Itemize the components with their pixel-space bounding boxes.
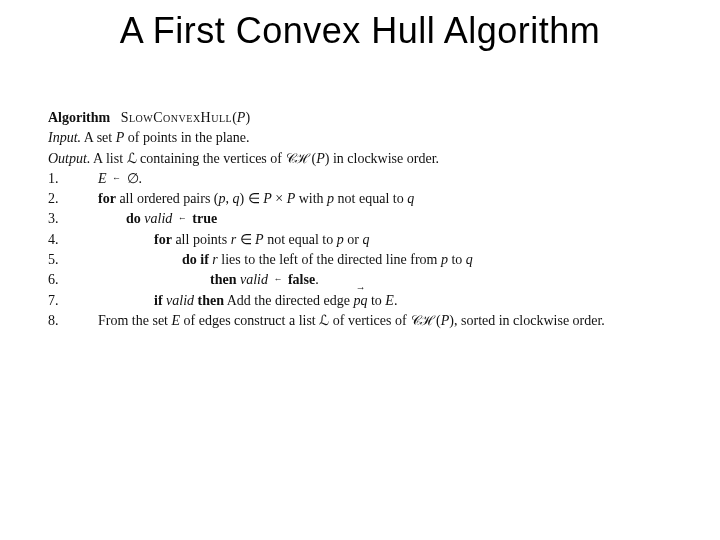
- var-q: q: [466, 252, 473, 267]
- kw-for: for: [98, 191, 116, 206]
- text: not equal to: [334, 191, 407, 206]
- var-E: E: [98, 171, 107, 186]
- kw-false: false: [288, 272, 315, 287]
- var-valid: valid: [144, 211, 172, 226]
- algo-step-4: 4. for all points r ∈ P not equal to p o…: [48, 230, 680, 250]
- text: From the set: [98, 313, 172, 328]
- algo-step-3: 3. do valid ← true: [48, 209, 680, 229]
- dot: .: [139, 171, 143, 186]
- var-P: P: [255, 232, 264, 247]
- algo-step-7: 7. if valid then Add the directed edge p…: [48, 291, 680, 311]
- text: A set: [81, 130, 116, 145]
- algo-step-2: 2. for all ordered pairs (p, q) ∈ P × P …: [48, 189, 680, 209]
- algo-step-5: 5. do if r lies to the left of the direc…: [48, 250, 680, 270]
- text: Add the directed edge: [224, 293, 353, 308]
- text: of edges construct a list: [180, 313, 319, 328]
- kw-true: true: [192, 211, 217, 226]
- kw-then: then: [198, 293, 224, 308]
- algo-name: SlowConvexHull: [121, 110, 232, 125]
- var-E: E: [385, 293, 394, 308]
- step-number: 8.: [48, 311, 76, 331]
- dot: .: [315, 272, 319, 287]
- kw-if: if: [200, 252, 209, 267]
- text: not equal to: [264, 232, 337, 247]
- var-CH: 𝒞ℋ: [285, 151, 311, 166]
- step-number: 5.: [48, 250, 76, 270]
- text: to: [367, 293, 385, 308]
- var-valid: valid: [166, 293, 194, 308]
- algo-output: Output. A list ℒ containing the vertices…: [48, 149, 680, 169]
- slide-title: A First Convex Hull Algorithm: [0, 10, 720, 52]
- algorithm-block: Algorithm SlowConvexHull(P) Input. A set…: [48, 108, 680, 331]
- arrow-icon: ←: [176, 212, 189, 225]
- algo-input: Input. A set P of points in the plane.: [48, 128, 680, 148]
- var-L: ℒ: [127, 151, 137, 166]
- text: or: [344, 232, 363, 247]
- step-number: 2.: [48, 189, 76, 209]
- var-p: p: [219, 191, 226, 206]
- var-P: P: [287, 191, 296, 206]
- dot: .: [394, 293, 398, 308]
- text: to: [448, 252, 466, 267]
- text: ×: [272, 191, 287, 206]
- step-number: 6.: [48, 270, 76, 290]
- label-output: Output.: [48, 151, 90, 166]
- text: of points in the plane.: [124, 130, 249, 145]
- var-L: ℒ: [319, 313, 329, 328]
- var-valid: valid: [240, 272, 268, 287]
- paren-close: ): [245, 110, 250, 125]
- var-q: q: [407, 191, 414, 206]
- label-algorithm: Algorithm: [48, 110, 110, 125]
- arrow-icon: ←: [110, 172, 123, 185]
- text: ) ∈: [240, 191, 264, 206]
- step-number: 1.: [48, 169, 76, 189]
- step-number: 7.: [48, 291, 76, 311]
- kw-if: if: [154, 293, 163, 308]
- text: ,: [226, 191, 233, 206]
- var-E: E: [172, 313, 181, 328]
- algo-step-1: 1. E ← ∅.: [48, 169, 680, 189]
- var-P: P: [316, 151, 325, 166]
- kw-do: do: [182, 252, 197, 267]
- step-number: 3.: [48, 209, 76, 229]
- text: containing the vertices of: [137, 151, 286, 166]
- algo-step-8: 8. From the set E of edges construct a l…: [48, 311, 680, 331]
- text: lies to the left of the directed line fr…: [218, 252, 441, 267]
- label-input: Input.: [48, 130, 81, 145]
- text: , sorted in clockwise order.: [454, 313, 605, 328]
- step-number: 4.: [48, 230, 76, 250]
- arrow-icon: ←: [271, 273, 284, 286]
- text: ∈: [236, 232, 255, 247]
- var-p: p: [337, 232, 344, 247]
- kw-then: then: [210, 272, 236, 287]
- text: A list: [90, 151, 126, 166]
- var-CH: 𝒞ℋ: [410, 313, 436, 328]
- text: with: [295, 191, 327, 206]
- slide: A First Convex Hull Algorithm Algorithm …: [0, 0, 720, 540]
- text: all points: [172, 232, 231, 247]
- var-P: P: [263, 191, 272, 206]
- var-p: p: [441, 252, 448, 267]
- var-pq-vector: pq: [353, 291, 367, 311]
- text: in clockwise order.: [329, 151, 439, 166]
- emptyset: ∅: [127, 171, 139, 186]
- text: of vertices of: [329, 313, 410, 328]
- kw-for: for: [154, 232, 172, 247]
- var-q: q: [362, 232, 369, 247]
- algo-header: Algorithm SlowConvexHull(P): [48, 108, 680, 128]
- kw-do: do: [126, 211, 141, 226]
- text: all ordered pairs (: [116, 191, 219, 206]
- var-P: P: [116, 130, 125, 145]
- var-q: q: [233, 191, 240, 206]
